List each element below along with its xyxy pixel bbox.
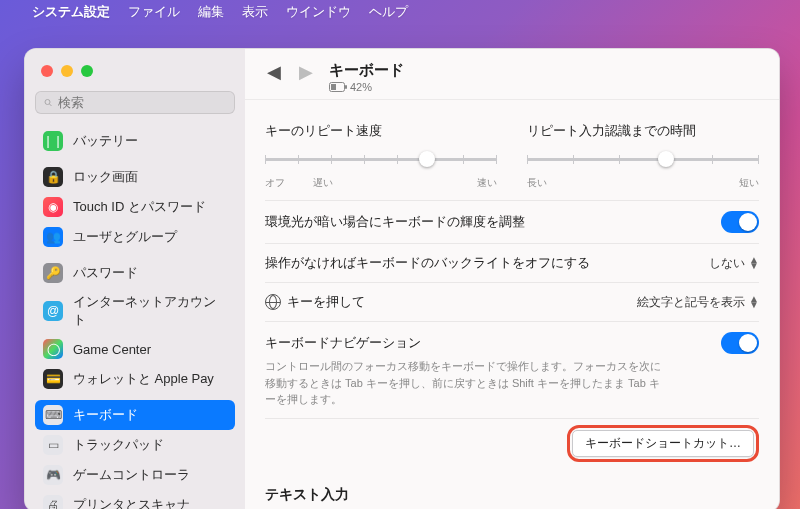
sidebar-item-wallet[interactable]: 💳 ウォレットと Apple Pay — [35, 364, 235, 394]
sidebar-item-label: ウォレットと Apple Pay — [73, 370, 214, 388]
svg-rect-4 — [345, 85, 347, 89]
row-fn-key: キーを押して 絵文字と記号を表示 ▲▼ — [265, 283, 759, 322]
sidebar-item-label: ロック画面 — [73, 168, 138, 186]
sidebar-item-label: キーボード — [73, 406, 138, 424]
backlight-off-label: 操作がなければキーボードのバックライトをオフにする — [265, 254, 590, 272]
sidebar-item-label: バッテリー — [73, 132, 138, 150]
battery-icon: ❘❘ — [43, 131, 63, 151]
window-controls — [35, 63, 235, 91]
menubar: システム設定 ファイル 編集 表示 ウインドウ ヘルプ — [0, 0, 800, 24]
fn-key-label: キーを押して — [287, 293, 365, 311]
content: キーのリピート速度 オフ 遅い 速い リピート入力認識 — [245, 100, 779, 509]
sidebar-item-label: トラックパッド — [73, 436, 164, 454]
ambient-label: 環境光が暗い場合にキーボードの輝度を調整 — [265, 213, 525, 231]
text-input-heading: テキスト入力 — [265, 486, 759, 504]
row-ambient-light: 環境光が暗い場合にキーボードの輝度を調整 — [265, 201, 759, 244]
kb-nav-toggle[interactable] — [721, 332, 759, 354]
back-button[interactable]: ◀ — [265, 61, 283, 83]
ambient-toggle[interactable] — [721, 211, 759, 233]
page-title: キーボード — [329, 61, 404, 80]
close-button[interactable] — [41, 65, 53, 77]
menu-file[interactable]: ファイル — [128, 3, 180, 21]
fn-key-value: 絵文字と記号を表示 — [637, 294, 745, 311]
chevron-updown-icon: ▲▼ — [749, 257, 759, 269]
delay-slider[interactable] — [527, 150, 759, 170]
sidebar-item-lock[interactable]: 🔒 ロック画面 — [35, 162, 235, 192]
sidebar-item-touchid[interactable]: ◉ Touch ID とパスワード — [35, 192, 235, 222]
sidebar-item-internet-accounts[interactable]: @ インターネットアカウント — [35, 288, 235, 334]
gamecenter-icon: ◯ — [43, 339, 63, 359]
svg-point-0 — [45, 100, 50, 105]
key-repeat-label: キーのリピート速度 — [265, 122, 497, 140]
kb-nav-desc: コントロール間のフォーカス移動をキーボードで操作します。フォーカスを次に移動する… — [265, 358, 665, 408]
svg-line-1 — [50, 104, 52, 106]
main-pane: ◀ ▶ キーボード 42% キーのリピート速度 — [245, 49, 779, 509]
backlight-off-value: しない — [709, 255, 745, 272]
zoom-button[interactable] — [81, 65, 93, 77]
search-input[interactable] — [58, 95, 226, 110]
scale-long: 長い — [527, 176, 547, 190]
backlight-off-select[interactable]: しない ▲▼ — [709, 255, 759, 272]
row-kb-nav: キーボードナビゲーション コントロール間のフォーカス移動をキーボードで操作します… — [265, 322, 759, 419]
sidebar-item-printers[interactable]: 🖨 プリンタとスキャナ — [35, 490, 235, 509]
sidebar-item-battery[interactable]: ❘❘ バッテリー — [35, 126, 235, 156]
key-repeat-slider-block: キーのリピート速度 オフ 遅い 速い — [265, 122, 497, 190]
fingerprint-icon: ◉ — [43, 197, 63, 217]
app-menu[interactable]: システム設定 — [32, 3, 110, 21]
scale-fast: 速い — [477, 176, 497, 190]
svg-rect-3 — [331, 84, 336, 90]
menu-edit[interactable]: 編集 — [198, 3, 224, 21]
battery-status: 42% — [329, 81, 404, 93]
sidebar-item-label: プリンタとスキャナ — [73, 496, 190, 509]
wallet-icon: 💳 — [43, 369, 63, 389]
kb-nav-label: キーボードナビゲーション — [265, 334, 421, 352]
delay-label: リピート入力認識までの時間 — [527, 122, 759, 140]
forward-button[interactable]: ▶ — [297, 61, 315, 83]
sidebar-item-passwords[interactable]: 🔑 パスワード — [35, 258, 235, 288]
sidebar-item-label: ユーザとグループ — [73, 228, 177, 246]
sidebar: ❘❘ バッテリー 🔒 ロック画面 ◉ Touch ID とパスワード 👥 ユーザ… — [25, 49, 245, 509]
scale-slow: 遅い — [313, 176, 333, 190]
globe-icon — [265, 294, 281, 310]
sidebar-item-label: インターネットアカウント — [73, 293, 227, 329]
delay-slider-block: リピート入力認識までの時間 長い 短い — [527, 122, 759, 190]
chevron-updown-icon: ▲▼ — [749, 296, 759, 308]
menu-view[interactable]: 表示 — [242, 3, 268, 21]
printer-icon: 🖨 — [43, 495, 63, 509]
battery-pct: 42% — [350, 81, 372, 93]
sidebar-item-trackpad[interactable]: ▭ トラックパッド — [35, 430, 235, 460]
sidebar-item-users[interactable]: 👥 ユーザとグループ — [35, 222, 235, 252]
users-icon: 👥 — [43, 227, 63, 247]
key-repeat-slider[interactable] — [265, 150, 497, 170]
sidebar-item-label: Touch ID とパスワード — [73, 198, 206, 216]
settings-window: ❘❘ バッテリー 🔒 ロック画面 ◉ Touch ID とパスワード 👥 ユーザ… — [24, 48, 780, 509]
keyboard-shortcuts-button[interactable]: キーボードショートカット… — [572, 430, 754, 457]
scale-off: オフ — [265, 176, 285, 190]
titlebar: ◀ ▶ キーボード 42% — [245, 49, 779, 100]
fn-key-select[interactable]: 絵文字と記号を表示 ▲▼ — [637, 294, 759, 311]
menu-help[interactable]: ヘルプ — [369, 3, 408, 21]
trackpad-icon: ▭ — [43, 435, 63, 455]
gamepad-icon: 🎮 — [43, 465, 63, 485]
key-icon: 🔑 — [43, 263, 63, 283]
sidebar-item-gamecenter[interactable]: ◯ Game Center — [35, 334, 235, 364]
sidebar-item-label: パスワード — [73, 264, 138, 282]
minimize-button[interactable] — [61, 65, 73, 77]
search-field[interactable] — [35, 91, 235, 114]
menu-window[interactable]: ウインドウ — [286, 3, 351, 21]
lock-icon: 🔒 — [43, 167, 63, 187]
sidebar-item-game-controller[interactable]: 🎮 ゲームコントローラ — [35, 460, 235, 490]
highlight-ring: キーボードショートカット… — [567, 425, 759, 462]
battery-icon — [329, 82, 347, 92]
search-icon — [44, 96, 52, 109]
row-backlight-off: 操作がなければキーボードのバックライトをオフにする しない ▲▼ — [265, 244, 759, 283]
scale-short: 短い — [739, 176, 759, 190]
sidebar-item-keyboard[interactable]: ⌨ キーボード — [35, 400, 235, 430]
keyboard-icon: ⌨ — [43, 405, 63, 425]
sidebar-item-label: ゲームコントローラ — [73, 466, 190, 484]
at-icon: @ — [43, 301, 63, 321]
sidebar-item-label: Game Center — [73, 342, 151, 357]
